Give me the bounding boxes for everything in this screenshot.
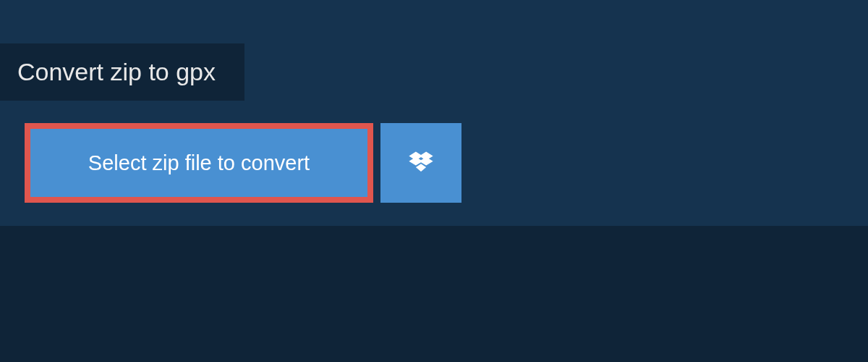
select-file-label: Select zip file to convert: [88, 151, 310, 175]
select-file-button[interactable]: Select zip file to convert: [30, 129, 367, 197]
tab-header: Convert zip to gpx: [0, 43, 244, 101]
converter-panel: Convert zip to gpx Select zip file to co…: [0, 0, 868, 226]
dropbox-icon: [407, 149, 435, 177]
tab-title: Convert zip to gpx: [17, 58, 216, 86]
dropbox-button[interactable]: [380, 123, 461, 203]
button-row: Select zip file to convert: [25, 123, 461, 203]
select-file-highlight: Select zip file to convert: [25, 123, 373, 203]
